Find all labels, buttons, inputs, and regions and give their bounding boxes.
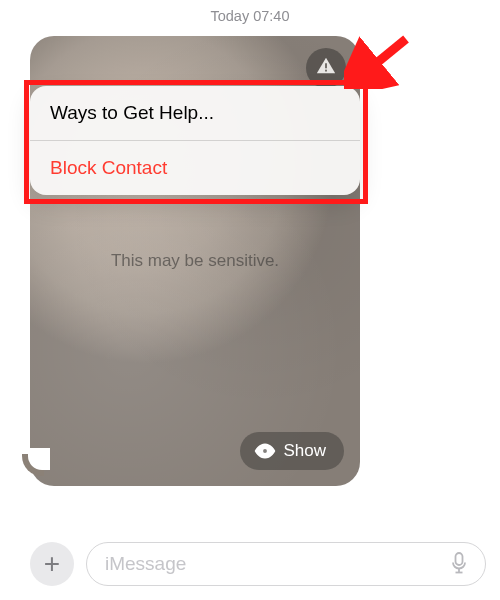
context-menu: Ways to Get Help... Block Contact [30, 86, 360, 195]
svg-rect-5 [456, 553, 463, 565]
compose-bar: + [30, 542, 486, 586]
timestamp: Today 07:40 [30, 0, 470, 36]
show-button-label: Show [283, 441, 326, 461]
add-attachment-button[interactable]: + [30, 542, 74, 586]
show-button[interactable]: Show [240, 432, 344, 470]
message-bubble-area: This may be sensitive. Show Ways to Get … [30, 36, 470, 486]
menu-item-get-help[interactable]: Ways to Get Help... [30, 86, 360, 140]
message-input[interactable] [105, 553, 445, 575]
svg-line-4 [362, 39, 406, 75]
svg-rect-1 [325, 70, 327, 72]
svg-rect-0 [325, 63, 327, 68]
bubble-tail [22, 454, 44, 476]
sensitive-warning-text: This may be sensitive. [30, 251, 360, 271]
eye-icon [254, 440, 276, 462]
warning-triangle-icon [315, 55, 337, 81]
svg-point-2 [263, 448, 269, 454]
warning-badge[interactable] [306, 48, 346, 88]
dictation-button[interactable] [445, 550, 473, 578]
mic-icon [449, 551, 469, 578]
plus-icon: + [44, 548, 60, 580]
menu-item-block-contact[interactable]: Block Contact [30, 141, 360, 195]
message-field[interactable] [86, 542, 486, 586]
